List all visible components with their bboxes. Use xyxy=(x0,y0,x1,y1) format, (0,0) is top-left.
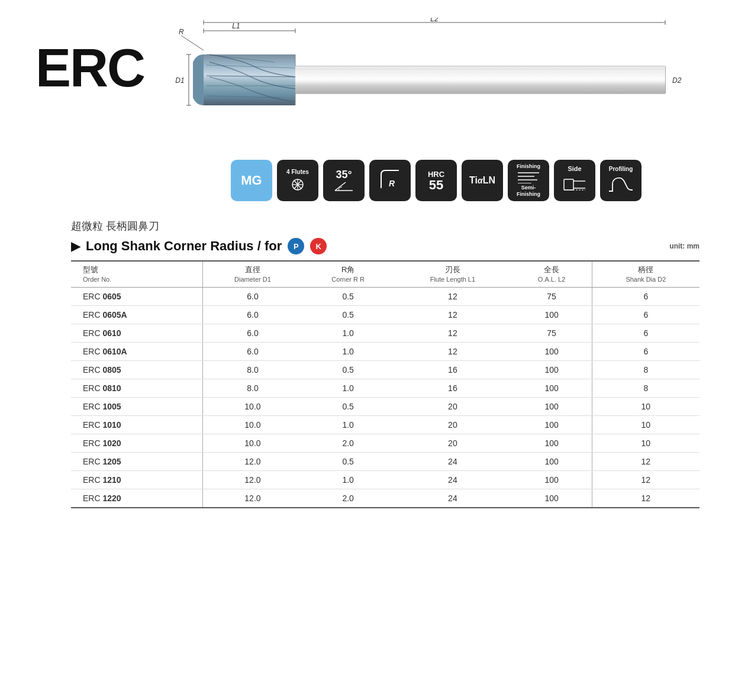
td-l2: 100 xyxy=(511,453,592,471)
td-order-no: ERC 0805 xyxy=(71,361,202,379)
td-d1: 6.0 xyxy=(202,324,302,343)
td-order-no: ERC 1020 xyxy=(71,434,202,453)
badge-hrc-value: 55 xyxy=(429,179,443,192)
td-r: 2.0 xyxy=(302,434,394,453)
td-d1: 10.0 xyxy=(202,434,302,453)
td-l1: 12 xyxy=(394,324,511,343)
td-d1: 10.0 xyxy=(202,398,302,416)
td-d2: 6 xyxy=(592,324,699,343)
td-order-no: ERC 0610A xyxy=(71,343,202,361)
angle-icon xyxy=(334,181,354,193)
td-l2: 100 xyxy=(511,471,592,489)
th-l1-en: Flute Length L1 xyxy=(398,275,507,283)
td-d1: 8.0 xyxy=(202,379,302,398)
td-r: 0.5 xyxy=(302,288,394,306)
table-row: ERC 120512.00.52410012 xyxy=(71,453,699,471)
product-code: ERC xyxy=(36,41,144,95)
table-row: ERC 121012.01.02410012 xyxy=(71,471,699,489)
th-d2: 柄徑 Shank Dia D2 xyxy=(592,261,699,288)
svg-text:L1: L1 xyxy=(232,22,240,30)
td-d1: 12.0 xyxy=(202,489,302,508)
svg-line-36 xyxy=(335,182,346,191)
badge-side: Side xyxy=(554,160,595,201)
table-row: ERC 06106.01.012756 xyxy=(71,324,699,343)
td-d2: 8 xyxy=(592,361,699,379)
td-r: 0.5 xyxy=(302,398,394,416)
td-d2: 6 xyxy=(592,343,699,361)
badges-row: MG 4 Flutes 35° xyxy=(231,160,699,201)
td-l2: 75 xyxy=(511,324,592,343)
th-order-no-cn: 型號 xyxy=(83,265,198,275)
table-row: ERC 0610A6.01.0121006 xyxy=(71,343,699,361)
td-order-no: ERC 1010 xyxy=(71,416,202,434)
content-section: 超微粒 長柄圓鼻刀 ▶ Long Shank Corner Radius / f… xyxy=(71,219,699,508)
td-r: 0.5 xyxy=(302,361,394,379)
table-row: ERC 08058.00.5161008 xyxy=(71,361,699,379)
td-r: 1.0 xyxy=(302,343,394,361)
td-l2: 100 xyxy=(511,306,592,324)
th-l2-en: O.A.L. L2 xyxy=(516,275,586,283)
th-d1: 直徑 Diameter D1 xyxy=(202,261,302,288)
td-order-no: ERC 0605 xyxy=(71,288,202,306)
td-l1: 24 xyxy=(394,453,511,471)
side-icon xyxy=(563,173,586,196)
td-l1: 20 xyxy=(394,416,511,434)
th-l2-cn: 全長 xyxy=(516,265,586,275)
td-d1: 10.0 xyxy=(202,416,302,434)
badge-flutes-text: 4 Flutes xyxy=(286,169,309,176)
top-section: ERC R L1 L2 xyxy=(36,18,699,148)
td-l2: 100 xyxy=(511,361,592,379)
badge-mg-label: MG xyxy=(241,173,262,188)
td-order-no: ERC 0610 xyxy=(71,324,202,343)
th-r: R角 Corner R R xyxy=(302,261,394,288)
td-d2: 6 xyxy=(592,306,699,324)
product-title-row: ▶ Long Shank Corner Radius / for P K uni… xyxy=(71,238,699,254)
table-row: ERC 102010.02.02010010 xyxy=(71,434,699,453)
table-row: ERC 100510.00.52010010 xyxy=(71,398,699,416)
svg-text:D1: D1 xyxy=(175,76,184,85)
svg-text:R: R xyxy=(389,179,395,188)
th-d1-cn: 直徑 xyxy=(208,265,298,275)
chinese-subtitle: 超微粒 長柄圓鼻刀 xyxy=(71,219,699,233)
td-d1: 12.0 xyxy=(202,471,302,489)
table-row: ERC 101010.01.02010010 xyxy=(71,416,699,434)
table-header-row: 型號 Order No. 直徑 Diameter D1 R角 Corner R … xyxy=(71,261,699,288)
svg-rect-19 xyxy=(204,54,295,105)
th-order-no: 型號 Order No. xyxy=(71,261,202,288)
td-r: 0.5 xyxy=(302,306,394,324)
td-d1: 8.0 xyxy=(202,361,302,379)
td-l1: 16 xyxy=(394,379,511,398)
td-d2: 10 xyxy=(592,434,699,453)
td-d2: 12 xyxy=(592,453,699,471)
td-d2: 10 xyxy=(592,416,699,434)
th-r-en: Corner R R xyxy=(307,275,389,283)
badge-angle: 35° xyxy=(323,160,365,201)
table-body: ERC 06056.00.512756ERC 0605A6.00.5121006… xyxy=(71,288,699,508)
td-d2: 10 xyxy=(592,398,699,416)
table-row: ERC 122012.02.02410012 xyxy=(71,489,699,508)
td-r: 1.0 xyxy=(302,416,394,434)
td-l2: 100 xyxy=(511,379,592,398)
td-d1: 6.0 xyxy=(202,343,302,361)
th-d1-en: Diameter D1 xyxy=(208,275,298,283)
td-d2: 12 xyxy=(592,489,699,508)
td-r: 1.0 xyxy=(302,324,394,343)
badge-finishing: Finishing Semi-Finishing xyxy=(508,160,549,201)
svg-text:D2: D2 xyxy=(672,76,682,85)
td-l1: 16 xyxy=(394,361,511,379)
td-d1: 6.0 xyxy=(202,288,302,306)
profiling-icon xyxy=(608,173,634,196)
badge-tialn-text: TiαLN xyxy=(469,175,495,186)
badge-tialn: TiαLN xyxy=(462,160,503,201)
badge-profiling: Profiling xyxy=(600,160,641,201)
td-d2: 6 xyxy=(592,288,699,306)
table-row: ERC 06056.00.512756 xyxy=(71,288,699,306)
svg-text:L2: L2 xyxy=(430,18,439,23)
table-row: ERC 08108.01.0161008 xyxy=(71,379,699,398)
svg-rect-42 xyxy=(564,179,573,190)
product-title-text: Long Shank Corner Radius / for xyxy=(86,238,282,254)
svg-text:R: R xyxy=(179,28,184,36)
badge-flutes: 4 Flutes xyxy=(277,160,318,201)
flutes-icon xyxy=(288,178,307,192)
td-d1: 6.0 xyxy=(202,306,302,324)
